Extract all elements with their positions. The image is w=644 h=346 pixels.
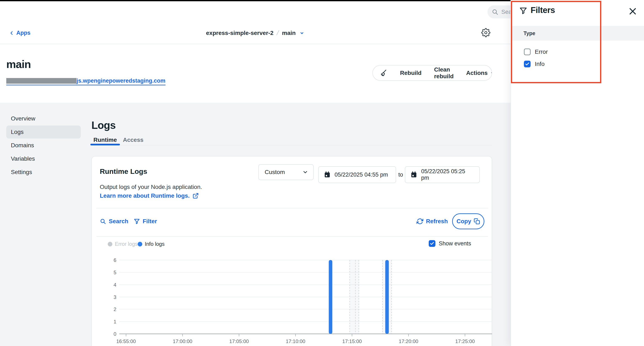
legend-label-info[interactable]: Info logs <box>145 241 165 247</box>
svg-text:0: 0 <box>114 331 116 337</box>
clean-rebuild-button[interactable]: Clean rebuild <box>428 66 460 80</box>
rebuild-button[interactable]: Rebuild <box>394 66 428 80</box>
copy-icon <box>474 218 480 224</box>
svg-text:17:15:00: 17:15:00 <box>342 338 362 344</box>
refresh-button[interactable]: Refresh <box>416 216 448 227</box>
filter-option-label: Info <box>535 61 544 67</box>
svg-text:6: 6 <box>114 257 116 263</box>
sidebar-item-domains[interactable]: Domains <box>6 139 81 152</box>
svg-text:17:25:00: 17:25:00 <box>455 338 475 344</box>
tabs-rule <box>90 145 492 146</box>
tab-label: Access <box>123 136 143 143</box>
sidebar-item-label: Settings <box>11 169 32 176</box>
copy-label: Copy <box>456 218 471 225</box>
search-label: Search <box>109 218 128 225</box>
breadcrumb-environment: main <box>282 30 296 36</box>
learn-more-link[interactable]: Learn more about Runtime logs. <box>100 192 199 199</box>
filters-section-header: Type <box>511 26 644 40</box>
close-icon[interactable] <box>628 7 637 16</box>
show-events-toggle[interactable]: Show events <box>429 240 471 247</box>
divider <box>96 208 488 208</box>
chevron-down-icon <box>490 71 492 75</box>
log-search-button[interactable]: Search <box>100 216 128 227</box>
filter-funnel-icon <box>134 218 140 224</box>
calendar-icon <box>410 171 418 178</box>
chevron-down-icon[interactable] <box>300 30 304 36</box>
broom-icon <box>379 69 388 77</box>
log-filter-button[interactable]: Filter <box>134 216 157 227</box>
redacted-url-segment <box>6 78 76 84</box>
breadcrumb-app-name: express-simple-server-2 <box>206 30 274 36</box>
sidebar-item-logs[interactable]: Logs <box>6 126 81 138</box>
breadcrumb: express-simple-server-2 / main <box>0 22 510 44</box>
filters-section-heading: Type <box>524 30 536 36</box>
svg-text:17:20:00: 17:20:00 <box>399 338 418 344</box>
runtime-logs-chart: 012345616:55:0017:00:0017:05:0017:10:001… <box>101 257 492 344</box>
date-from-value: 05/22/2025 04:55 pm <box>334 172 388 178</box>
filter-option-info[interactable]: Info <box>524 61 544 67</box>
environment-sidenav: Overview Logs Domains Variables Settings <box>6 112 81 179</box>
svg-text:17:00:00: 17:00:00 <box>173 338 192 344</box>
settings-gear-icon[interactable] <box>481 28 491 38</box>
runtime-logs-card: Runtime Logs Custom 05/22/2025 04:55 pm … <box>92 156 492 346</box>
svg-text:16:55:00: 16:55:00 <box>116 338 136 344</box>
chevron-down-icon <box>302 169 308 175</box>
environment-url-text: js.wpenginepoweredstaging.com <box>76 78 166 84</box>
search-icon <box>100 218 106 224</box>
divider <box>96 236 488 236</box>
svg-text:17:10:00: 17:10:00 <box>286 338 305 344</box>
filter-option-label: Error <box>535 48 548 55</box>
clean-rebuild-label: Clean rebuild <box>434 66 454 80</box>
date-range-to-label: to <box>396 166 405 183</box>
copy-button[interactable]: Copy <box>452 213 484 229</box>
show-events-checkbox[interactable] <box>429 240 436 247</box>
error-checkbox[interactable] <box>524 48 530 55</box>
tab-runtime[interactable]: Runtime <box>90 135 120 145</box>
tab-label: Runtime <box>94 136 117 143</box>
time-range-selected-value: Custom <box>265 169 285 176</box>
calendar-icon <box>324 171 331 178</box>
tab-access[interactable]: Access <box>120 135 146 145</box>
filter-label: Filter <box>143 218 157 225</box>
date-to-value: 05/22/2025 05:25 pm <box>421 168 474 181</box>
svg-text:5: 5 <box>114 270 116 275</box>
app-root: Apps express-simple-server-2 / main main… <box>0 0 644 346</box>
card-title: Runtime Logs <box>100 167 147 176</box>
filter-funnel-icon <box>519 7 527 15</box>
legend-label-error[interactable]: Error logs <box>115 241 138 247</box>
rebuild-label: Rebuild <box>400 70 422 76</box>
sidebar-item-overview[interactable]: Overview <box>6 112 81 125</box>
sidebar-item-settings[interactable]: Settings <box>6 166 81 179</box>
legend-dot-error <box>108 242 112 246</box>
breadcrumb-separator: / <box>276 29 280 37</box>
sidebar-item-label: Variables <box>11 156 35 162</box>
date-to-input[interactable]: 05/22/2025 05:25 pm <box>405 166 480 183</box>
svg-text:1: 1 <box>114 319 116 324</box>
external-link-icon <box>192 193 199 199</box>
clean-cache-button[interactable] <box>373 66 394 80</box>
actions-menu-button[interactable]: Actions <box>460 66 492 80</box>
refresh-label: Refresh <box>426 218 448 225</box>
filter-option-error[interactable]: Error <box>524 48 548 55</box>
page-title: Logs <box>92 119 116 131</box>
svg-text:2: 2 <box>114 306 116 312</box>
legend-dot-info <box>138 242 142 246</box>
svg-text:4: 4 <box>114 282 116 288</box>
environment-actions-group: Rebuild Clean rebuild Actions <box>372 65 492 81</box>
sidebar-item-label: Logs <box>11 129 24 135</box>
sidebar-item-label: Overview <box>11 115 35 122</box>
info-checkbox[interactable] <box>524 61 530 67</box>
date-from-input[interactable]: 05/22/2025 04:55 pm <box>318 166 396 183</box>
sidebar-item-variables[interactable]: Variables <box>6 152 81 165</box>
environment-title: main <box>6 58 31 70</box>
learn-more-label: Learn more about Runtime logs. <box>100 192 190 199</box>
filters-panel-title: Filters <box>530 6 555 15</box>
card-description: Output logs of your Node.js application. <box>100 184 202 190</box>
environment-url-link[interactable]: js.wpenginepoweredstaging.com <box>6 78 166 85</box>
svg-text:17:05:00: 17:05:00 <box>229 338 249 344</box>
svg-text:3: 3 <box>114 294 116 300</box>
refresh-icon <box>416 218 423 225</box>
show-events-label: Show events <box>439 240 471 247</box>
time-range-select[interactable]: Custom <box>258 164 314 180</box>
filters-panel: Filters Type Error Info <box>510 0 644 346</box>
